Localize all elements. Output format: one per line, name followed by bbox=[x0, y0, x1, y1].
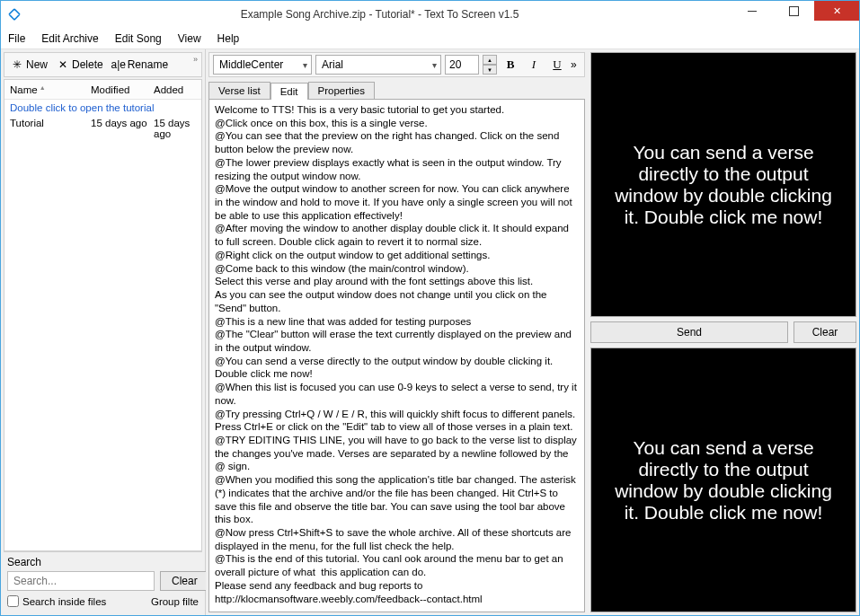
tab-properties[interactable]: Properties bbox=[308, 82, 375, 99]
editor-pane: MiddleCenter Arial 20 ▲▼ B I U » Verse l… bbox=[206, 49, 588, 615]
font-size-spinner[interactable]: ▲▼ bbox=[483, 55, 497, 75]
search-panel: Search Clear Search inside files Group f… bbox=[4, 551, 202, 612]
list-header: Name Modified Added bbox=[4, 80, 201, 100]
new-button[interactable]: ✳ New bbox=[8, 57, 50, 73]
toolbar-overflow-icon[interactable]: » bbox=[193, 55, 198, 64]
minimize-button[interactable] bbox=[731, 1, 773, 21]
rename-icon: a|e bbox=[112, 58, 125, 71]
search-input[interactable] bbox=[7, 571, 155, 591]
italic-button[interactable]: I bbox=[524, 55, 544, 75]
menubar: File Edit Archive Edit Song View Help bbox=[1, 28, 859, 49]
menu-edit-archive[interactable]: Edit Archive bbox=[41, 32, 98, 45]
send-button[interactable]: Send bbox=[590, 321, 788, 343]
group-filter-label[interactable]: Group filte bbox=[151, 596, 199, 607]
titlebar[interactable]: Example Song Archive.zip - Tutorial* - T… bbox=[1, 1, 859, 28]
column-added[interactable]: Added bbox=[148, 84, 201, 95]
menu-edit-song[interactable]: Edit Song bbox=[115, 32, 162, 45]
clear-button[interactable]: Clear bbox=[794, 321, 856, 343]
menu-file[interactable]: File bbox=[8, 32, 25, 45]
window-title: Example Song Archive.zip - Tutorial* - T… bbox=[28, 8, 731, 21]
font-combo[interactable]: Arial bbox=[315, 55, 441, 75]
app-icon bbox=[1, 1, 28, 28]
tab-edit[interactable]: Edit bbox=[270, 83, 308, 100]
tutorial-hint[interactable]: Double click to open the tutorial bbox=[4, 100, 201, 116]
archive-toolbar: ✳ New ✕ Delete a|e Rename » bbox=[4, 52, 202, 77]
row-modified: 15 days ago bbox=[91, 118, 154, 139]
maximize-button[interactable] bbox=[773, 1, 814, 21]
menu-help[interactable]: Help bbox=[217, 32, 240, 45]
close-button[interactable] bbox=[814, 1, 859, 21]
rename-button[interactable]: a|e Rename bbox=[110, 57, 171, 73]
font-toolbar-overflow-icon[interactable]: » bbox=[571, 58, 577, 71]
row-name: Tutorial bbox=[10, 118, 91, 139]
editor-textarea[interactable]: Welcome to TTS! This is a very basic tut… bbox=[208, 99, 585, 612]
delete-icon: ✕ bbox=[57, 58, 69, 71]
font-toolbar: MiddleCenter Arial 20 ▲▼ B I U » bbox=[208, 52, 585, 77]
preview-upper[interactable]: You can send a verse directly to the out… bbox=[590, 52, 856, 317]
editor-tabs: Verse list Edit Properties bbox=[208, 79, 585, 99]
new-icon: ✳ bbox=[11, 58, 23, 71]
column-name[interactable]: Name bbox=[4, 84, 85, 95]
search-label: Search bbox=[7, 556, 199, 568]
row-added: 15 days ago bbox=[154, 118, 196, 139]
tab-verse-list[interactable]: Verse list bbox=[208, 82, 270, 99]
alignment-combo[interactable]: MiddleCenter bbox=[213, 55, 312, 75]
search-clear-button[interactable]: Clear bbox=[160, 571, 209, 591]
font-size-field[interactable]: 20 bbox=[445, 55, 479, 75]
list-item[interactable]: Tutorial 15 days ago 15 days ago bbox=[4, 116, 201, 141]
column-modified[interactable]: Modified bbox=[85, 84, 148, 95]
archive-pane: ✳ New ✕ Delete a|e Rename » Name Modifie… bbox=[1, 49, 206, 615]
preview-lower[interactable]: You can send a verse directly to the out… bbox=[590, 348, 856, 612]
bold-button[interactable]: B bbox=[501, 55, 520, 75]
song-list[interactable]: Name Modified Added Double click to open… bbox=[4, 79, 202, 551]
underline-button[interactable]: U bbox=[547, 55, 567, 75]
search-inside-checkbox[interactable]: Search inside files bbox=[7, 595, 106, 607]
preview-pane: You can send a verse directly to the out… bbox=[588, 49, 859, 615]
delete-button[interactable]: ✕ Delete bbox=[54, 57, 106, 73]
menu-view[interactable]: View bbox=[178, 32, 201, 45]
